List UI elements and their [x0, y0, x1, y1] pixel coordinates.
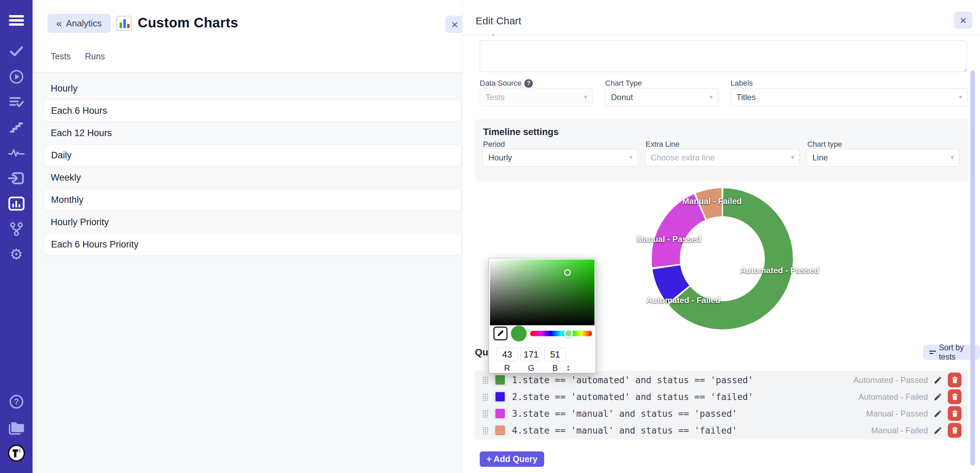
test-plans-icon[interactable]	[0, 92, 33, 112]
extra-line-label: Extra Line	[646, 140, 679, 149]
query-code[interactable]: 3.state == 'manual' and status == 'passe…	[512, 409, 737, 419]
picker-cursor[interactable]	[564, 269, 571, 276]
eyedropper-button[interactable]	[493, 326, 508, 340]
list-item-each-6-hours-priority[interactable]: Each 6 Hours Priority	[44, 233, 461, 256]
query-code[interactable]: 2.state == 'automated' and status == 'fa…	[512, 392, 753, 402]
query-color-swatch[interactable]	[493, 408, 506, 420]
sort-icon	[929, 350, 935, 355]
data-source-select: Tests	[480, 88, 593, 106]
pulse-activity-icon[interactable]	[0, 143, 33, 162]
chart-type-select[interactable]: Donut	[605, 88, 718, 106]
donut-chart[interactable]: Automated - Passed Automated - Failed Ma…	[652, 188, 793, 330]
query-code[interactable]: 4.state == 'manual' and status == 'faile…	[512, 425, 737, 436]
settings-gear-icon[interactable]: ⚙	[0, 245, 33, 264]
list-item-hourly[interactable]: Hourly	[44, 78, 461, 100]
analytics-chart-icon[interactable]	[0, 194, 33, 213]
red-input[interactable]: 43	[496, 347, 518, 361]
import-signin-icon[interactable]	[0, 169, 33, 188]
list-item-hourly-priority[interactable]: Hourly Priority	[44, 211, 461, 233]
list-item-each-6-hours[interactable]: Each 6 Hours	[44, 100, 461, 122]
trash-icon	[951, 376, 958, 384]
extra-line-select[interactable]: Choose extra line	[645, 149, 800, 167]
red-channel-label: R	[496, 363, 518, 373]
list-item-monthly[interactable]: Monthly	[44, 189, 461, 211]
query-title: Manual - Failed	[871, 426, 928, 435]
edit-chart-title: Edit Chart	[476, 15, 521, 27]
delete-query-button[interactable]	[948, 389, 961, 404]
help-icon[interactable]: ?	[0, 392, 33, 411]
query-title: Automated - Failed	[858, 392, 928, 402]
query-row: 2.state == 'automated' and status == 'fa…	[475, 389, 968, 405]
labels-label: Labels	[730, 79, 753, 88]
drag-handle-icon[interactable]	[482, 427, 488, 434]
back-to-analytics-button[interactable]: Analytics	[47, 14, 111, 33]
tab-runs[interactable]: Runs	[85, 51, 105, 61]
drag-handle-icon[interactable]	[482, 376, 488, 384]
tab-tests[interactable]: Tests	[51, 51, 71, 61]
list-item-each-12-hours[interactable]: Each 12 Hours	[44, 122, 461, 144]
delete-query-button[interactable]	[948, 423, 961, 438]
saturation-area[interactable]	[490, 260, 595, 325]
drag-handle-icon[interactable]	[482, 410, 488, 417]
period-select[interactable]: Hourly	[482, 149, 638, 167]
back-label: Analytics	[66, 18, 102, 29]
branches-git-icon[interactable]	[0, 219, 33, 239]
eyedropper-icon	[496, 330, 505, 338]
donut-label-automated-passed: Automated - Passed	[740, 266, 819, 275]
list-item-weekly[interactable]: Weekly	[44, 167, 461, 189]
edit-pencil-icon[interactable]	[934, 392, 942, 401]
data-source-label: Data Source ?	[480, 79, 533, 88]
donut-svg	[652, 188, 793, 330]
menu-icon[interactable]	[0, 11, 33, 30]
green-input[interactable]: 171	[520, 347, 542, 361]
query-row: 3.state == 'manual' and status == 'passe…	[475, 405, 968, 422]
edit-pencil-icon[interactable]	[934, 426, 942, 435]
close-charts-panel-button[interactable]	[445, 16, 464, 33]
clipped-field-label: . . . l . . .	[481, 33, 584, 36]
add-query-button[interactable]: + Add Query	[480, 451, 544, 467]
color-mode-toggle-icon[interactable]: ▴▾	[567, 364, 570, 371]
runs-play-icon[interactable]	[0, 67, 33, 86]
query-row: 4.state == 'manual' and status == 'faile…	[475, 422, 968, 439]
green-channel-label: G	[520, 363, 542, 373]
donut-label-manual-passed: Manual - Passed	[636, 234, 701, 244]
help-question-icon[interactable]: ?	[524, 79, 533, 88]
list-item-daily[interactable]: Daily	[44, 144, 461, 167]
hue-handle[interactable]	[564, 329, 573, 338]
query-color-swatch[interactable]	[493, 391, 506, 403]
chart-list: Hourly Each 6 Hours Each 12 Hours Daily …	[44, 78, 461, 256]
app-window: ⚙ ? Analytics Custom Charts Tests Runs H…	[0, 0, 980, 473]
timeline-chart-type-label: Chart type	[807, 140, 842, 149]
data-source-label-text: Data Source	[480, 79, 522, 88]
period-label: Period	[483, 140, 505, 149]
query-code[interactable]: 1.state == 'automated' and status == 'pa…	[512, 375, 753, 385]
timeline-chart-type-select[interactable]: Line	[807, 149, 959, 167]
delete-query-button[interactable]	[948, 373, 961, 387]
tests-check-icon[interactable]	[0, 42, 33, 61]
extra-line-placeholder: Choose extra line	[651, 153, 715, 162]
hue-slider[interactable]	[530, 331, 592, 336]
logo-icon[interactable]	[0, 444, 33, 463]
bar-chart-emoji-icon	[116, 16, 132, 31]
drag-handle-icon[interactable]	[482, 393, 488, 401]
current-color-swatch	[511, 326, 527, 341]
query-color-swatch[interactable]	[493, 424, 506, 437]
edit-pencil-icon[interactable]	[934, 376, 942, 385]
query-color-swatch[interactable]	[493, 374, 506, 386]
panel-scrollbar-thumb[interactable]	[970, 70, 975, 465]
description-textarea[interactable]	[480, 40, 967, 72]
query-row: 1.state == 'automated' and status == 'pa…	[475, 371, 968, 389]
blue-channel-label: B	[544, 363, 566, 373]
milestones-steps-icon[interactable]	[0, 118, 33, 137]
labels-select[interactable]: Titles	[730, 88, 968, 106]
close-edit-panel-button[interactable]	[954, 12, 972, 29]
query-title: Manual - Passed	[866, 409, 928, 419]
delete-query-button[interactable]	[948, 406, 961, 421]
timeline-settings-heading: Timeline settings	[483, 127, 558, 137]
projects-folder-icon[interactable]	[0, 418, 33, 437]
edit-pencil-icon[interactable]	[934, 409, 942, 418]
tabs-divider	[33, 72, 462, 73]
chart-type-label: Chart Type	[605, 79, 642, 88]
page-title: Custom Charts	[138, 15, 238, 30]
blue-input[interactable]: 51	[544, 347, 566, 361]
